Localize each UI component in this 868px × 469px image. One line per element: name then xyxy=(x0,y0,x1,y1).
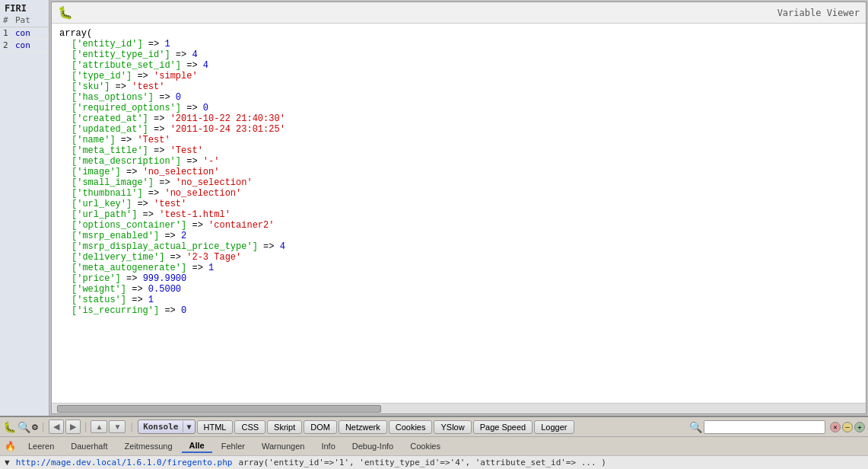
variable-content[interactable]: array( ['entity_id'] => 1 ['entity_type_… xyxy=(52,24,866,403)
horizontal-scrollbar[interactable] xyxy=(52,403,866,413)
code-line-5: ['sku'] => 'test' xyxy=(59,81,858,92)
status-code: array('entity_id'=>'1', 'entity_type_id'… xyxy=(238,458,606,467)
forward-btn[interactable]: ▶ xyxy=(65,420,81,434)
code-line-11: ['meta_title'] => 'Test' xyxy=(59,145,858,156)
menu-btn[interactable]: ▼ xyxy=(109,420,126,433)
firebug-icon-btn[interactable]: 🐛 xyxy=(3,421,16,433)
debug-info-btn[interactable]: Debug-Info xyxy=(345,440,401,452)
panel-row-1[interactable]: 1 con xyxy=(0,27,49,40)
konsole-arrow[interactable]: ▼ xyxy=(183,421,194,432)
row-text-2: con xyxy=(15,40,46,50)
logger-tab[interactable]: Logger xyxy=(534,420,574,434)
bug-icon: 🐛 xyxy=(58,5,73,20)
dom-tab[interactable]: DOM xyxy=(304,420,337,434)
separator-2: | xyxy=(83,421,89,432)
row-num-1: 1 xyxy=(3,28,15,38)
header-left: 🐛 xyxy=(58,5,76,20)
left-panel: FIRI # Pat 1 con 2 con xyxy=(0,0,49,416)
code-line-18: ['options_container'] => 'container2' xyxy=(59,220,858,231)
code-line-8: ['created_at'] => '2011-10-22 21:40:30' xyxy=(59,113,858,124)
code-line-1: ['entity_id'] => 1 xyxy=(59,39,858,49)
variable-viewer-header: 🐛 Variable Viewer xyxy=(52,2,866,24)
code-line-17: ['url_path'] => 'test-1.html' xyxy=(59,209,858,220)
cookies-tab[interactable]: Cookies xyxy=(389,420,433,434)
yslow-tab[interactable]: YSlow xyxy=(434,420,471,434)
code-line-22: ['meta_autogenerate'] => 1 xyxy=(59,263,858,273)
col-hash: # xyxy=(3,15,15,25)
up-btn[interactable]: ▲ xyxy=(91,420,107,433)
code-line-2: ['entity_type_id'] => 4 xyxy=(59,49,858,60)
separator-3: | xyxy=(129,421,135,432)
html-tab[interactable]: HTML xyxy=(197,420,234,434)
panel-columns: # Pat xyxy=(0,14,49,27)
code-line-19: ['msrp_enabled'] => 2 xyxy=(59,231,858,241)
settings-icon[interactable]: ⚙ xyxy=(32,421,38,432)
code-line-9: ['updated_at'] => '2011-10-24 23:01:25' xyxy=(59,124,858,135)
konsole-dropdown[interactable]: Konsole ▼ xyxy=(138,420,195,434)
info-btn[interactable]: Info xyxy=(313,440,342,452)
code-line-21: ['delivery_time'] => '2-3 Tage' xyxy=(59,252,858,263)
search-input[interactable] xyxy=(704,420,825,434)
code-line-4: ['type_id'] => 'simple' xyxy=(59,71,858,81)
inspect-icon[interactable]: 🔍 xyxy=(17,421,30,433)
code-line-20: ['msrp_display_actual_price_type'] => 4 xyxy=(59,241,858,252)
minimize-btn[interactable]: – xyxy=(842,422,853,432)
panel-title: FIRI xyxy=(0,0,49,14)
skript-tab[interactable]: Skript xyxy=(267,420,302,434)
panel-row-2[interactable]: 2 con xyxy=(0,40,49,52)
close-btn[interactable]: ✕ xyxy=(830,422,841,432)
code-line-15: ['thumbnail'] => 'no_selection' xyxy=(59,188,858,199)
code-line-25: ['status'] => 1 xyxy=(59,295,858,305)
leeren-btn[interactable]: Leeren xyxy=(21,440,62,452)
separator-1: | xyxy=(40,421,46,432)
search-icon: 🔍 xyxy=(689,421,702,433)
h-scroll-thumb[interactable] xyxy=(57,405,381,413)
code-line-14: ['small_image'] => 'no_selection' xyxy=(59,177,858,188)
col-pat: Pat xyxy=(15,15,46,25)
code-line-6: ['has_options'] => 0 xyxy=(59,92,858,103)
console-icon: 🔥 xyxy=(5,441,16,451)
maximize-btn[interactable]: + xyxy=(854,422,865,432)
dauerhaft-btn[interactable]: Dauerhaft xyxy=(63,440,115,452)
css-tab[interactable]: CSS xyxy=(234,420,265,434)
code-line-16: ['url_key'] => 'test' xyxy=(59,199,858,209)
code-line-24: ['weight'] => 0.5000 xyxy=(59,284,858,295)
scroll-container: array( ['entity_id'] => 1 ['entity_type_… xyxy=(52,24,866,403)
code-line-26: ['is_recurring'] => 0 xyxy=(59,305,858,316)
code-line-3: ['attribute_set_id'] => 4 xyxy=(59,60,858,71)
toolbar-nav-row: 🐛 🔍 ⚙ | ◀ ▶ | ▲ ▼ | Konsole ▼ HTML CSS S… xyxy=(0,417,868,437)
back-btn[interactable]: ◀ xyxy=(49,420,64,434)
window-controls: ✕ – + xyxy=(830,422,865,432)
netzwerk-tab[interactable]: Netzwerk xyxy=(339,420,387,434)
zeitmessung-btn[interactable]: Zeitmessung xyxy=(117,440,180,452)
search-box: 🔍 ✕ – + xyxy=(689,420,865,434)
code-line-13: ['image'] => 'no_selection' xyxy=(59,167,858,177)
bottom-toolbar: 🐛 🔍 ⚙ | ◀ ▶ | ▲ ▼ | Konsole ▼ HTML CSS S… xyxy=(0,416,868,469)
filter-row: 🔥 Leeren Dauerhaft Zeitmessung Alle Fehl… xyxy=(0,437,868,455)
row-num-2: 2 xyxy=(3,40,15,50)
code-line-12: ['meta_description'] => '-' xyxy=(59,156,858,167)
row-text-1: con xyxy=(15,28,46,38)
status-url[interactable]: http://mage.dev.local/1.6.1.0/firegento.… xyxy=(16,458,233,467)
code-line-7: ['required_options'] => 0 xyxy=(59,103,858,113)
viewer-title: Variable Viewer xyxy=(777,8,860,18)
cookies-filter-btn[interactable]: Cookies xyxy=(402,440,448,452)
code-line-0: array( xyxy=(59,28,858,39)
warnungen-btn[interactable]: Warnungen xyxy=(254,440,312,452)
fehler-btn[interactable]: Fehler xyxy=(214,440,253,452)
status-bar: ▼ http://mage.dev.local/1.6.1.0/firegent… xyxy=(0,455,868,469)
page-speed-tab[interactable]: Page Speed xyxy=(473,420,533,434)
status-arrow: ▼ xyxy=(5,458,10,467)
code-line-23: ['price'] => 999.9900 xyxy=(59,273,858,284)
konsole-label[interactable]: Konsole xyxy=(138,420,183,433)
variable-viewer: 🐛 Variable Viewer array( ['entity_id'] =… xyxy=(51,2,866,414)
code-line-10: ['name'] => 'Test' xyxy=(59,135,858,145)
alle-btn[interactable]: Alle xyxy=(182,439,212,453)
